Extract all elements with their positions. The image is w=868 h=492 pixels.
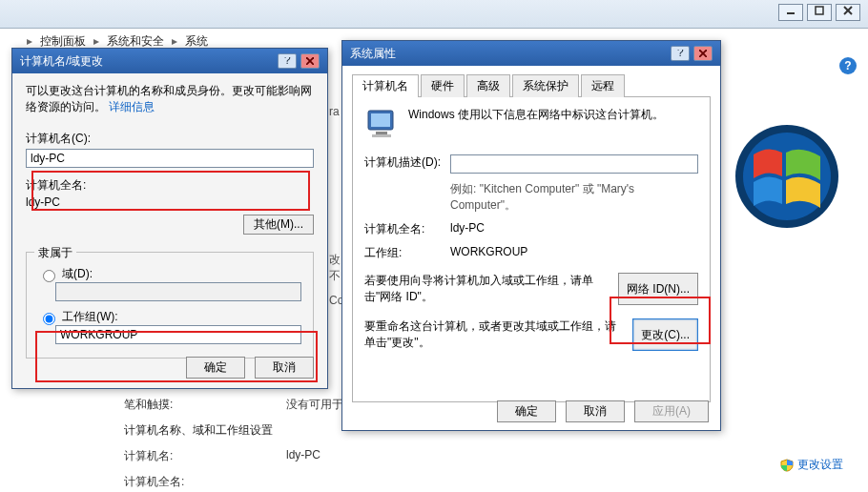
breadcrumb-arrow: ▸: [27, 34, 32, 48]
tab-hardware[interactable]: 硬件: [421, 74, 465, 97]
cancel-button[interactable]: 取消: [566, 400, 625, 422]
breadcrumb-item[interactable]: 系统和安全: [107, 33, 164, 50]
window-chrome: [0, 0, 868, 29]
dialog-close-button[interactable]: [300, 53, 320, 69]
tab-advanced[interactable]: 高级: [466, 74, 510, 97]
domain-radio[interactable]: [43, 270, 55, 282]
computer-name-change-dialog: 计算机名/域更改 ? 可以更改这台计算机的名称和成员身份。更改可能影响网络资源的…: [11, 48, 328, 389]
dialog-title: 计算机名/域更改: [20, 53, 103, 70]
headline-text: Windows 使用以下信息在网络中标识这台计算机。: [408, 107, 698, 123]
domain-radio-label: 域(D):: [62, 266, 93, 282]
ok-button[interactable]: 确定: [497, 400, 556, 422]
full-name-value: ldy-PC: [450, 221, 698, 237]
tab-remote[interactable]: 远程: [581, 74, 625, 97]
domain-input: [55, 282, 301, 301]
svg-text:?: ?: [284, 57, 291, 65]
breadcrumb-item[interactable]: 控制面板: [40, 33, 86, 50]
group-legend: 隶属于: [34, 245, 76, 261]
svg-rect-15: [372, 134, 391, 137]
member-of-group: 隶属于 域(D): 工作组(W):: [26, 252, 314, 359]
change-button[interactable]: 更改(C)...: [632, 318, 698, 351]
full-name-value: ldy-PC: [26, 195, 314, 209]
description-label: 计算机描述(D):: [364, 154, 450, 174]
svg-rect-1: [816, 7, 823, 14]
full-name-label: 计算机全名:: [364, 221, 450, 237]
workgroup-input[interactable]: [55, 325, 301, 344]
apply-button[interactable]: 应用(A): [634, 400, 709, 422]
breadcrumb-item[interactable]: 系统: [185, 33, 208, 50]
workgroup-radio-label: 工作组(W):: [62, 309, 118, 325]
dialog-close-button[interactable]: [693, 46, 713, 61]
dialog-intro: 可以更改这台计算机的名称和成员身份。更改可能影响网络资源的访问。 详细信息: [26, 83, 314, 115]
tab-computer-name[interactable]: 计算机名: [352, 74, 419, 97]
change-text: 要重命名这台计算机，或者更改其域或工作组，请单击"更改"。: [364, 318, 632, 351]
dialog-titlebar[interactable]: 计算机名/域更改 ?: [12, 49, 327, 73]
description-input[interactable]: [450, 154, 698, 174]
computer-name-label: 计算机名(C):: [26, 131, 314, 147]
workgroup-radio[interactable]: [43, 313, 55, 325]
change-settings-link[interactable]: 更改设置: [780, 457, 843, 473]
dialog-title: 系统属性: [350, 46, 396, 62]
system-properties-dialog: 系统属性 ? 计算机名 硬件 高级 系统保护 远程 Windows 使用以下信息…: [341, 40, 721, 431]
tab-system-protection[interactable]: 系统保护: [512, 74, 579, 97]
minimize-button[interactable]: [778, 4, 803, 21]
cancel-button[interactable]: 取消: [255, 357, 314, 379]
svg-rect-14: [376, 132, 387, 134]
change-settings-label: 更改设置: [797, 457, 843, 473]
computer-name-input[interactable]: [26, 149, 314, 168]
dialog-help-button[interactable]: ?: [671, 46, 690, 61]
full-name-label: 计算机全名:: [26, 177, 314, 194]
workgroup-label: 工作组:: [364, 245, 450, 261]
windows-logo-icon: [734, 124, 839, 229]
tab-content: Windows 使用以下信息在网络中标识这台计算机。 计算机描述(D): 例如:…: [352, 97, 711, 402]
more-button[interactable]: 其他(M)...: [243, 215, 314, 235]
maximize-button[interactable]: [807, 4, 832, 21]
dialog-help-button[interactable]: ?: [278, 53, 297, 69]
workgroup-value: WORKGROUP: [450, 245, 698, 261]
details-link[interactable]: 详细信息: [109, 100, 155, 113]
computer-icon: [364, 107, 403, 141]
full-name-label: 计算机全名:: [124, 474, 286, 490]
tabs: 计算机名 硬件 高级 系统保护 远程: [352, 73, 711, 97]
network-id-text: 若要使用向导将计算机加入域或工作组，请单击"网络 ID"。: [364, 273, 618, 305]
pen-touch-label: 笔和触摸:: [124, 397, 286, 413]
computer-name-label: 计算机名:: [124, 448, 286, 464]
dialog-titlebar[interactable]: 系统属性 ?: [342, 41, 720, 66]
window-close-button[interactable]: [836, 4, 860, 21]
description-example: 例如: "Kitchen Computer" 或 "Mary's Compute…: [450, 181, 698, 214]
svg-rect-13: [371, 113, 390, 127]
computer-name-value: ldy-PC: [286, 448, 320, 464]
shield-icon: [780, 459, 794, 472]
network-id-button[interactable]: 网络 ID(N)...: [618, 273, 698, 305]
ok-button[interactable]: 确定: [186, 357, 245, 379]
svg-text:?: ?: [677, 50, 684, 57]
